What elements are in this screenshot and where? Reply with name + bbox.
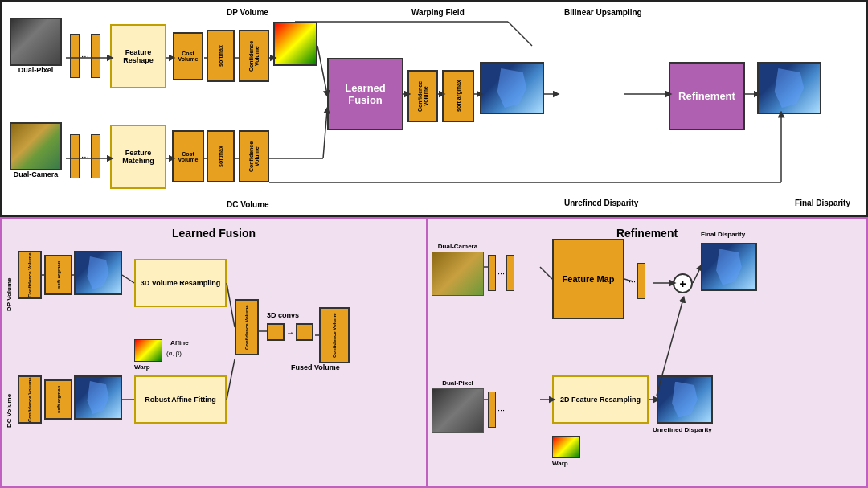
refinement-block: Refinement (669, 62, 745, 130)
bl-affine-label: Affine (170, 339, 189, 347)
bottom-left-panel: Learned Fusion DP Volume DC Volume Confi… (2, 219, 428, 486)
bl-conv-arrow: → (286, 328, 294, 337)
dp-cost-volume: CostVolume (173, 32, 203, 80)
bl-dp-disparity (74, 251, 122, 295)
bl-alpha-beta-label: (α, β) (166, 350, 182, 357)
dp-confidence-volume: Confidence Volume (239, 30, 269, 82)
soft-argmax-top: soft argmax (442, 70, 474, 122)
svg-line-16 (508, 22, 532, 46)
dp-feature-bar-2 (91, 34, 100, 78)
dp-dots: ··· (81, 51, 89, 62)
feature-resampling-block: 2D Feature Resampling (552, 375, 649, 424)
dc-confidence-volume: Confidence Volume (239, 130, 269, 182)
learned-fusion-title: Learned Fusion (10, 227, 418, 240)
br-dc-bar-2 (506, 255, 514, 291)
bl-conv-cube-1 (267, 323, 285, 341)
unrefined-disparity-label: Unrefined Disparity (564, 199, 638, 207)
bl-output-confidence: Confidence Volume (235, 299, 259, 355)
bl-warp-gradient (134, 339, 162, 362)
feature-matching-block: Feature Matching (110, 125, 166, 189)
top-section: DP Volume DC Volume Warping Field Biline… (0, 0, 868, 217)
dual-pixel-image (10, 18, 62, 66)
br-dual-pixel-label: Dual-Pixel (442, 379, 473, 387)
br-warp-gradient (552, 436, 580, 458)
bl-dc-confidence: Confidence Volume (18, 375, 42, 424)
dc-cost-volume: CostVolume (172, 130, 204, 182)
svg-line-34 (693, 267, 701, 283)
bl-dp-softargmax: soft argmax (44, 255, 72, 295)
unrefined-disparity-image (480, 62, 544, 114)
bl-dp-volume-label: DP Volume (6, 263, 13, 311)
dc-volume-label: DC Volume (227, 200, 269, 209)
bl-dc-disparity (74, 375, 122, 420)
plus-circle: + (673, 273, 693, 293)
svg-line-5 (317, 46, 327, 94)
bilinear-upsampling-label: Bilinear Upsampling (564, 8, 642, 17)
br-final-disparity (701, 243, 757, 291)
dc-feature-bar-2 (91, 134, 100, 178)
warping-field-label: Warping Field (411, 8, 465, 17)
dp-volume-label: DP Volume (227, 8, 268, 17)
br-dual-camera-img (432, 252, 484, 296)
dual-camera-image (10, 122, 62, 170)
dc-feature-bar-1 (70, 134, 80, 178)
svg-line-27 (227, 359, 235, 400)
learned-fusion-block: Learned Fusion (327, 58, 403, 130)
br-dc-bar-1 (488, 255, 496, 291)
br-unrefined-disp-img (657, 375, 713, 424)
svg-line-31 (540, 267, 552, 279)
feature-map-block: Feature Map (552, 239, 624, 319)
volume-resampling-block: 3D Volume Resampling (134, 259, 227, 307)
bl-3dconvs-label: 3D convs (267, 311, 299, 319)
bl-fused-volume-label: Fused Volume (291, 363, 340, 371)
feature-reshape-block: Feature Reshape (110, 24, 166, 88)
bl-dp-confidence: Confidence Volume (18, 251, 42, 299)
bl-warp-label: Warp (134, 363, 150, 371)
br-fm-dots: ··· (628, 277, 636, 286)
br-dual-pixel-img (432, 388, 484, 433)
dc-dots: ··· (81, 151, 89, 162)
br-dc-dots: ··· (497, 269, 505, 278)
br-warp-label: Warp (552, 460, 568, 467)
refinement-title: Refinement (436, 227, 858, 240)
br-unrefined-disp-label: Unrefined Disparity (653, 426, 712, 433)
robust-affine-block: Robust Affine Fitting (134, 375, 227, 424)
br-fm-bar (637, 263, 645, 299)
dc-softmax: softmax (207, 130, 235, 182)
br-dp-dots: ··· (497, 405, 505, 415)
dual-pixel-label: Dual-Pixel (18, 66, 54, 74)
bottom-right-panel: Refinement Dual-Camera Dual-Pixel ··· Fe… (428, 219, 866, 486)
dp-softmax: softmax (207, 30, 235, 82)
br-dual-camera-label: Dual-Camera (438, 243, 477, 250)
svg-line-26 (227, 283, 235, 327)
bl-conv-cube-2 (296, 323, 313, 341)
post-fusion-confidence: Confidence Volume (407, 70, 438, 122)
final-disparity-image (757, 62, 821, 114)
dp-feature-bar-1 (70, 34, 80, 78)
bl-dc-softargmax: soft argmax (44, 379, 72, 420)
svg-line-24 (122, 275, 134, 283)
br-final-disp-label: Final Disparity (701, 231, 745, 238)
bl-dc-volume-label: DC Volume (6, 379, 13, 428)
bottom-section: Learned Fusion DP Volume DC Volume Confi… (0, 217, 868, 488)
dp-volume-gradient (273, 22, 317, 66)
dual-camera-label: Dual-Camera (14, 170, 59, 178)
final-disparity-label: Final Disparity (795, 199, 850, 207)
bl-fused-confidence: Confidence Volume (319, 307, 350, 363)
br-dp-bar-1 (488, 392, 496, 428)
